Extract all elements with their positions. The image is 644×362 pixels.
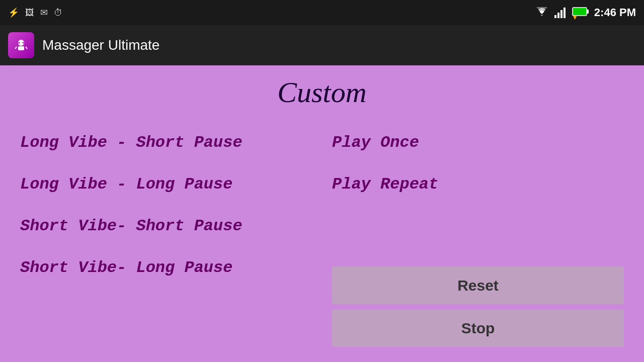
wifi-icon	[535, 7, 549, 18]
app-toolbar: Massager Ultimate	[0, 25, 644, 65]
app-icon	[8, 32, 34, 58]
status-bar: ⚡ 🖼 ✉ ⏱ ▼	[0, 0, 644, 25]
usb-icon: ⚡	[8, 7, 19, 18]
battery-icon: ▼	[572, 7, 589, 19]
vibe-option-1[interactable]: Long Vibe - Short Pause	[20, 124, 322, 161]
status-right-icons: ▼ 2:46 PM	[535, 6, 636, 19]
main-content: Custom Long Vibe - Short Pause Long Vibe…	[0, 65, 644, 362]
svg-rect-3	[564, 8, 566, 18]
play-repeat[interactable]: Play Repeat	[332, 166, 624, 203]
play-once[interactable]: Play Once	[332, 124, 624, 161]
app-title: Massager Ultimate	[42, 37, 159, 53]
vibe-option-3[interactable]: Short Vibe- Short Pause	[20, 208, 322, 244]
mail-icon: ✉	[40, 7, 48, 18]
status-time: 2:46 PM	[594, 6, 636, 19]
svg-rect-1	[557, 13, 559, 18]
status-left-icons: ⚡ 🖼 ✉ ⏱	[8, 7, 63, 18]
clock-icon: ⏱	[54, 8, 63, 18]
right-column: Play Once Play Repeat Reset Stop	[322, 119, 624, 352]
action-buttons-container: Reset Stop	[332, 266, 624, 352]
svg-rect-0	[554, 15, 556, 18]
vibe-option-4[interactable]: Short Vibe- Long Pause	[20, 249, 322, 286]
content-layout: Long Vibe - Short Pause Long Vibe - Long…	[20, 119, 624, 352]
vibe-option-2[interactable]: Long Vibe - Long Pause	[20, 166, 322, 203]
svg-line-11	[26, 47, 27, 49]
stop-button[interactable]: Stop	[332, 309, 624, 347]
svg-rect-5	[587, 10, 589, 14]
svg-rect-7	[18, 46, 24, 50]
left-column: Long Vibe - Short Pause Long Vibe - Long…	[20, 119, 322, 352]
svg-line-10	[15, 47, 17, 49]
page-title: Custom	[277, 75, 366, 109]
svg-point-8	[19, 42, 20, 44]
svg-point-9	[23, 42, 24, 44]
image-icon: 🖼	[25, 8, 34, 18]
reset-button[interactable]: Reset	[332, 266, 624, 304]
play-options: Play Once Play Repeat	[332, 119, 624, 203]
signal-icon	[554, 7, 567, 18]
svg-rect-2	[560, 10, 562, 18]
